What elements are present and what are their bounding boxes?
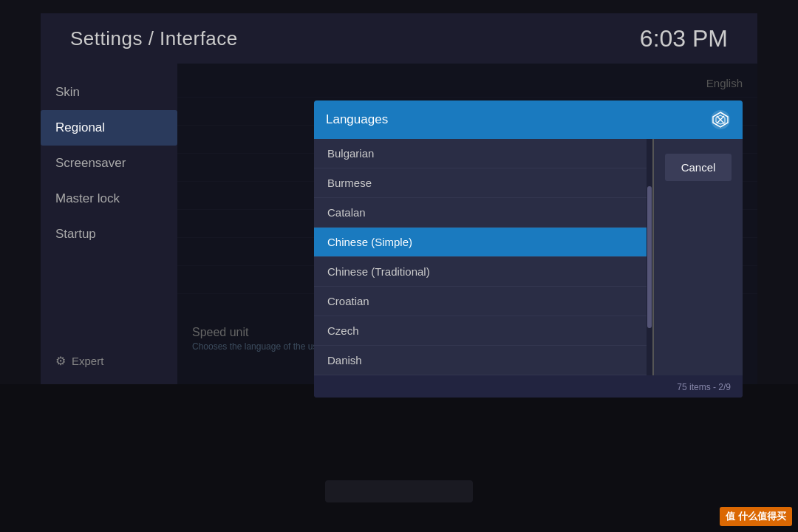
language-list: Bulgarian Burmese Catalan Chinese (Simpl… <box>314 139 654 375</box>
lang-item-czech[interactable]: Czech <box>314 316 652 346</box>
dialog-footer: 75 items - 2/9 <box>314 375 743 398</box>
expert-label: Expert <box>72 355 103 367</box>
sidebar: Skin Regional Screensaver Master lock St… <box>41 64 177 384</box>
lang-item-chinese-traditional[interactable]: Chinese (Traditional) <box>314 257 652 287</box>
dialog-items-info: 75 items - 2/9 <box>677 382 731 392</box>
lang-item-catalan[interactable]: Catalan <box>314 198 652 228</box>
clock: 6:03 PM <box>640 25 728 52</box>
scrollbar-thumb[interactable] <box>647 186 652 328</box>
lang-item-danish[interactable]: Danish <box>314 346 652 375</box>
sidebar-item-regional[interactable]: Regional <box>41 110 177 146</box>
main-panel: English Default English QWERTY USA (12h)… <box>177 64 757 384</box>
cancel-area: Cancel <box>654 139 743 375</box>
dialog-title: Languages <box>326 112 388 127</box>
cancel-button[interactable]: Cancel <box>665 154 732 181</box>
sidebar-item-screensaver[interactable]: Screensaver <box>41 146 177 181</box>
lang-item-croatian[interactable]: Croatian <box>314 287 652 316</box>
languages-dialog: Languages Bulgarian Burmese <box>314 100 743 398</box>
sidebar-item-skin[interactable]: Skin <box>41 75 177 110</box>
scrollbar-track <box>647 139 652 375</box>
gear-icon: ⚙ <box>55 354 66 368</box>
dialog-body: Bulgarian Burmese Catalan Chinese (Simpl… <box>314 139 743 375</box>
sidebar-item-master-lock[interactable]: Master lock <box>41 181 177 216</box>
lang-item-chinese-simple[interactable]: Chinese (Simple) <box>314 228 652 257</box>
lang-item-bulgarian[interactable]: Bulgarian <box>314 139 652 168</box>
dialog-header: Languages <box>314 100 743 139</box>
kodi-logo-icon <box>710 109 731 130</box>
lang-item-burmese[interactable]: Burmese <box>314 168 652 198</box>
sidebar-item-startup[interactable]: Startup <box>41 216 177 252</box>
expert-button[interactable]: ⚙ Expert <box>41 345 118 377</box>
watermark: 值 什么值得买 <box>720 507 792 526</box>
header: Settings / Interface 6:03 PM <box>41 13 757 64</box>
page-title: Settings / Interface <box>70 27 238 50</box>
content-area: Skin Regional Screensaver Master lock St… <box>41 64 757 384</box>
tv-bezel-bottom <box>0 384 798 532</box>
tv-stand <box>325 480 473 502</box>
